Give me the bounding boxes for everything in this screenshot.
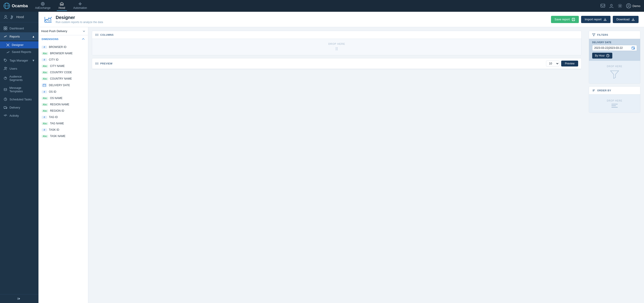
calendar-dim-icon [43, 84, 46, 87]
preview-row-count[interactable]: 102550100 [546, 61, 559, 66]
sidebar-item-reports[interactable]: Reports ▲ [0, 32, 38, 40]
svg-point-9 [628, 5, 630, 6]
svg-rect-47 [634, 48, 634, 49]
columns-icon [95, 33, 98, 36]
columns-title: COLUMNS [100, 33, 114, 36]
sidebar-item-audience-segments[interactable]: Audience Segments [0, 73, 38, 84]
user-icon[interactable] [609, 3, 614, 8]
by-hour-icon [606, 54, 610, 57]
dimension-item-country-code[interactable]: AbcCOUNTRY CODE [38, 69, 88, 75]
order-by-section: ORDER BY DROP HERE [589, 86, 640, 113]
dimension-item-browser-name[interactable]: AbcBROWSER NAME [38, 50, 88, 56]
sidebar-menu: Dashboard Reports ▲ Designer [0, 22, 38, 294]
automation-icon [78, 2, 82, 6]
funnel-svg [610, 69, 620, 79]
user-avatar-icon [626, 3, 631, 8]
dimension-label: COUNTRY NAME [50, 77, 72, 80]
sidebar-item-scheduled-tasks[interactable]: Scheduled Tasks [0, 95, 38, 103]
dimensions-collapse-icon[interactable] [82, 37, 85, 41]
dimension-label: REGION ID [50, 109, 64, 112]
page-header-actions: Save report Import report Download [551, 16, 638, 23]
date-input-row[interactable]: 2023-03-22|2023-03-22 [592, 45, 637, 51]
order-by-header: ORDER BY [589, 87, 640, 94]
page-subtitle: Run custom reports to analyze the data [56, 20, 103, 24]
right-panel: FILTERS DELIVERY DATE 2023-03-22|2023-03… [585, 27, 644, 303]
svg-rect-14 [6, 28, 7, 30]
import-icon [603, 18, 607, 21]
dimension-item-city-name[interactable]: AbcCITY NAME [38, 63, 88, 69]
dimension-item-task-id[interactable]: #TASK ID [38, 127, 88, 133]
app-name: Ocamba [12, 3, 28, 8]
dimension-item-country-name[interactable]: AbcCOUNTRY NAME [38, 75, 88, 82]
dimension-label: CITY ID [49, 58, 58, 61]
dimension-item-os-name[interactable]: AbcOS NAME [38, 95, 88, 101]
dimension-label: TAG NAME [50, 122, 64, 125]
svg-point-7 [619, 5, 621, 7]
sidebar-item-activity[interactable]: Activity [0, 111, 38, 120]
tags-icon [4, 58, 7, 62]
nav-hood[interactable]: Hood [57, 1, 67, 11]
app-logo[interactable]: Ocamba [4, 3, 28, 9]
svg-rect-21 [4, 88, 7, 91]
sidebar-item-dashboard[interactable]: Dashboard [0, 24, 38, 32]
collapse-icon [17, 297, 21, 301]
filter-funnel-icon [610, 69, 620, 79]
sidebar-item-designer[interactable]: Designer [0, 41, 38, 48]
settings-icon[interactable] [618, 3, 622, 8]
calendar-icon [631, 46, 635, 50]
preview-button[interactable]: Preview [561, 61, 578, 66]
svg-point-6 [610, 4, 612, 6]
sidebar-item-users[interactable]: Users [0, 64, 38, 73]
tags-expand-icon: ▼ [32, 59, 35, 62]
dimension-item-city-id[interactable]: #CITY ID [38, 56, 88, 63]
import-report-button[interactable]: Import report [581, 16, 610, 23]
dimension-item-region-id[interactable]: AbcREGION ID [38, 108, 88, 114]
tools-icon [10, 15, 14, 19]
sidebar-item-tags-manager[interactable]: Tags Manager ▼ [0, 56, 38, 64]
svg-point-10 [5, 15, 6, 17]
sidebar-item-saved-reports[interactable]: Saved Reports [0, 48, 38, 55]
user-badge[interactable]: Demo [626, 3, 640, 8]
download-button[interactable]: Download [613, 16, 638, 23]
main-layout: Hood Dashboard Reports ▲ [0, 12, 644, 303]
dimension-label: BROWSER NAME [50, 52, 73, 55]
dimension-label: CITY NAME [50, 64, 65, 68]
dimension-item-delivery-date[interactable]: DELIVERY DATE [38, 82, 88, 89]
svg-rect-33 [43, 84, 46, 87]
svg-rect-12 [6, 27, 7, 28]
columns-drop-zone[interactable]: DROP HERE ⠿ [92, 39, 581, 55]
sidebar-item-delivery[interactable]: Delivery [0, 103, 38, 111]
dimension-label: DELIVERY DATE [49, 84, 70, 87]
dimension-item-task-name[interactable]: AbcTASK NAME [38, 133, 88, 139]
person-icon [4, 15, 8, 19]
reports-icon [4, 34, 7, 38]
sidebar-title: Hood [16, 15, 24, 19]
filter-drop-zone[interactable]: DROP HERE [589, 61, 640, 83]
preview-section: PREVIEW 102550100 Preview [92, 58, 582, 69]
order-drop-zone[interactable]: DROP HERE [589, 94, 640, 113]
nav-right: Demo [600, 3, 640, 8]
dimension-item-tag-name[interactable]: AbcTAG NAME [38, 120, 88, 127]
logo-icon [4, 3, 10, 9]
message-icon[interactable] [600, 3, 605, 8]
adexchange-icon [41, 2, 45, 6]
svg-point-17 [4, 59, 5, 60]
dimension-item-browser-id[interactable]: #BROWSER ID [38, 44, 88, 50]
users-icon [4, 67, 7, 70]
sidebar-collapse-button[interactable] [0, 294, 38, 303]
dimension-item-os-id[interactable]: #OS ID [38, 89, 88, 95]
by-hour-button[interactable]: By Hour [592, 53, 612, 58]
nav-adexchange[interactable]: AdExchange [33, 1, 52, 11]
dimension-item-region-name[interactable]: AbcREGION NAME [38, 101, 88, 108]
sidebar-item-message-templates[interactable]: Message Templates [0, 84, 38, 95]
svg-point-4 [80, 3, 81, 4]
filter-icon [592, 33, 595, 36]
sidebar-header: Hood [0, 12, 38, 22]
save-report-button[interactable]: Save report [551, 16, 579, 23]
dimension-label: OS ID [49, 90, 56, 93]
dimension-item-tag-id[interactable]: #TAG ID [38, 114, 88, 120]
templates-icon [4, 88, 7, 91]
nav-automation[interactable]: Automation [72, 1, 89, 11]
data-source-dropdown[interactable]: Hood Push Delivery [38, 27, 88, 35]
svg-rect-29 [46, 21, 47, 22]
